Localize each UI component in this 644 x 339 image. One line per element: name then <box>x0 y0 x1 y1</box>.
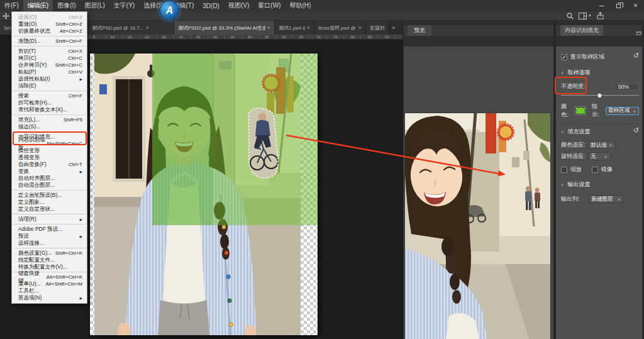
document-canvas[interactable] <box>90 53 318 335</box>
tab-close-icon[interactable]: × <box>267 25 270 31</box>
menubar-item-1[interactable]: 编辑(E) <box>23 0 53 11</box>
sampling-color-swatch[interactable] <box>575 107 586 114</box>
tab-content-aware-fill[interactable]: 内容识别填充 <box>560 25 603 36</box>
menubar-item-10[interactable]: 帮助(H) <box>285 0 315 11</box>
horizontal-ruler: 5101520253035404550556065707580859095 <box>89 35 402 40</box>
edit-menu-item-28[interactable]: 预设▶ <box>12 233 87 240</box>
edit-menu-item-34[interactable]: 菜单(U)...Alt+Shift+Ctrl+M <box>12 281 87 287</box>
edit-menu-item-13[interactable]: 填充(L)...Shift+F5 <box>12 116 87 123</box>
edit-menu-item-14[interactable]: 描边(S)... <box>12 123 87 130</box>
edit-menu-item-17[interactable]: 操控变形 <box>12 147 87 154</box>
menubar-item-8[interactable]: 视图(V) <box>224 0 253 11</box>
edit-menu-item-22[interactable]: 自动混合图层... <box>12 182 87 189</box>
edit-menu-item-30[interactable]: 颜色设置(G)...Shift+Ctrl+K <box>12 250 87 257</box>
minimize-button[interactable] <box>593 0 610 11</box>
workspace-icon[interactable]: ▼ <box>579 13 592 19</box>
output-settings-header: 输出设置 <box>567 181 590 189</box>
tab-close-icon[interactable]: × <box>145 25 148 31</box>
edit-menu-item-27[interactable]: Adobe PDF 预设... <box>12 226 87 233</box>
edit-menu-item-20[interactable]: 变换▶ <box>12 168 87 175</box>
preview-image <box>405 113 550 339</box>
edit-menu-item-18[interactable]: 透视变形 <box>12 154 87 161</box>
edit-menu-item-31[interactable]: 指定配置文件... <box>12 257 87 264</box>
ruler-number: 80 <box>351 35 355 40</box>
edit-menu-item-4[interactable]: 剪切(T)Ctrl+X <box>12 48 87 55</box>
edit-menu-item-9[interactable]: 清除(E) <box>12 82 87 89</box>
edit-menu-item-35[interactable]: 工具栏... <box>12 287 87 294</box>
menubar-item-4[interactable]: 文字(Y) <box>109 0 139 11</box>
show-sampling-checkbox[interactable]: ✓ <box>561 54 567 60</box>
section-divider <box>561 123 639 124</box>
ruler-number: 15 <box>128 35 132 40</box>
scale-checkbox[interactable] <box>561 167 567 173</box>
menu-item-label: 自动混合图层... <box>18 182 55 189</box>
ruler-number: 55 <box>265 35 269 40</box>
search-icon[interactable] <box>567 13 574 19</box>
reset-sampling-icon[interactable]: ↺ <box>633 52 639 60</box>
chevron-down-icon[interactable]: ∨ <box>561 130 564 134</box>
document-tab-5[interactable]: 至版封 <box>366 21 389 35</box>
rotation-adaptation-select[interactable]: 无∨ <box>588 152 611 160</box>
edit-menu-item-7[interactable]: 粘贴(P)Ctrl+V <box>12 69 87 75</box>
edit-menu-item-24[interactable]: 定义图案... <box>12 199 87 206</box>
document-tab-3[interactable]: 测试1.psd @ 33.3% (...× <box>275 21 314 35</box>
select-arrow-icon: ∨ <box>609 143 612 147</box>
panel-menu-icon[interactable] <box>636 27 641 32</box>
edit-menu-item-8[interactable]: 选择性粘贴(I)▶ <box>12 75 87 82</box>
edit-menu-item-16[interactable]: 内容识别缩放Alt+Shift+Ctrl+C <box>12 140 87 147</box>
restore-button[interactable] <box>610 0 627 11</box>
edit-menu-item-21[interactable]: 自动对齐图层... <box>12 175 87 182</box>
edit-menu-item-36[interactable]: 首选项(N)▶ <box>12 294 87 301</box>
caf-tabrow: 内容识别填充 <box>556 25 644 36</box>
menu-item-shortcut: Shift+Ctrl+Z <box>55 21 82 27</box>
edit-menu-dropdown: 还原(O)Ctrl+Z重做(O)Shift+Ctrl+Z切换最终状态Alt+Ct… <box>11 11 87 304</box>
tab-label: Boss直聘.psd @ 66.7... <box>318 25 357 31</box>
edit-menu-item-19[interactable]: 自由变换(F)Ctrl+T <box>12 161 87 168</box>
reset-fill-icon[interactable]: ↺ <box>633 126 639 135</box>
tab-overflow-chevron[interactable]: » <box>389 21 398 35</box>
document-tab-1[interactable]: 测试PSD.psd @ 16.7...× <box>88 21 174 35</box>
edit-menu-item-6[interactable]: 合并拷贝(Y)Shift+Ctrl+C <box>12 62 87 69</box>
edit-menu-item-25[interactable]: 定义自定形状... <box>12 206 87 213</box>
edit-menu-item-2[interactable]: 切换最终状态Alt+Ctrl+Z <box>12 28 87 35</box>
tab-label: 至版封 <box>370 25 384 31</box>
share-icon[interactable] <box>597 12 604 19</box>
menubar-item-9[interactable]: 窗口(W) <box>253 0 285 11</box>
menubar-item-0[interactable]: 件(F) <box>0 0 23 11</box>
document-tab-2[interactable]: 测试PSD2.psd @ 33.3% (StartAI AI生成 拷贝 2, R… <box>174 21 275 35</box>
edit-menu-item-26[interactable]: 清理(R)▶ <box>12 216 87 223</box>
menu-item-label: 描边(S)... <box>18 123 40 131</box>
document-tab-4[interactable]: Boss直聘.psd @ 66.7...× <box>314 21 366 35</box>
tab-preview[interactable]: 预览 <box>408 25 431 36</box>
opacity-slider[interactable] <box>561 92 639 98</box>
close-button[interactable]: ✕ <box>627 0 644 11</box>
menu-separator <box>13 190 86 191</box>
edit-menu-item-5[interactable]: 拷贝(C)Ctrl+C <box>12 55 87 62</box>
menubar-item-7[interactable]: 3D(D) <box>198 0 224 11</box>
edit-menu-item-3[interactable]: 渐隐(D)...Shift+Ctrl+F <box>12 38 87 45</box>
move-tool-icon[interactable] <box>3 13 9 19</box>
edit-menu-item-23[interactable]: 定义画笔预设(B)... <box>12 192 87 199</box>
menubar-item-3[interactable]: 图层(L) <box>80 0 109 11</box>
menu-item-shortcut: Ctrl+F <box>69 93 82 99</box>
slider-thumb[interactable] <box>597 93 602 97</box>
menu-item-shortcut: Shift+Ctrl+F <box>55 38 82 44</box>
edit-menu-item-11[interactable]: 拼写检查(H)... <box>12 99 87 106</box>
edit-menu-item-10[interactable]: 搜索Ctrl+F <box>12 92 87 99</box>
edit-menu-item-33[interactable]: 键盘快捷键...Alt+Shift+Ctrl+K <box>12 274 87 281</box>
menubar-item-2[interactable]: 图像(I) <box>53 0 80 11</box>
color-adaptation-select[interactable]: 默认值∨ <box>588 141 616 149</box>
ruler-number: 35 <box>196 35 201 40</box>
edit-menu-item-29[interactable]: 远程连接... <box>12 240 87 247</box>
tab-close-icon[interactable]: × <box>358 25 362 31</box>
opacity-value[interactable]: 50% <box>614 83 639 91</box>
ruler-number: 30 <box>179 35 184 40</box>
chevron-down-icon[interactable]: ∨ <box>561 70 564 75</box>
chevron-down-icon[interactable]: ∨ <box>561 182 564 187</box>
output-to-select[interactable]: 新建图层∨ <box>589 195 624 203</box>
tab-close-icon[interactable]: × <box>307 25 310 31</box>
edit-menu-item-12[interactable]: 查找和替换文本(X)... <box>12 106 87 113</box>
mirror-checkbox[interactable] <box>592 167 598 173</box>
indicates-select[interactable]: 取样区域∨ <box>606 107 639 115</box>
edit-menu-item-1[interactable]: 重做(O)Shift+Ctrl+Z <box>12 21 87 28</box>
